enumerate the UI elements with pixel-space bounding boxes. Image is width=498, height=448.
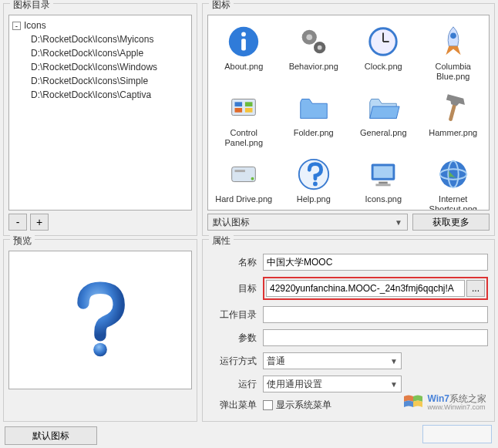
icon-item[interactable]: Icons.png (349, 153, 418, 211)
icon-label: Control Panel.png (213, 128, 274, 148)
icon-item[interactable]: General.png (349, 86, 418, 151)
svg-point-7 (318, 45, 322, 50)
run-label: 运行 (209, 378, 263, 391)
remove-dir-button[interactable]: - (8, 214, 27, 231)
panel-icon (225, 89, 262, 126)
svg-point-22 (313, 182, 318, 187)
hammer-icon (435, 89, 472, 126)
preview-group: 预览 (3, 239, 197, 422)
icon-item[interactable]: Hammer.png (419, 86, 488, 151)
svg-rect-12 (232, 99, 256, 116)
icon-panel[interactable]: About.pngBehavior.pngClock.pngColumbia B… (207, 15, 490, 211)
svg-point-11 (450, 33, 456, 39)
icon-item[interactable]: Internet Shortcut.png (419, 153, 488, 211)
question-mark-icon (58, 278, 143, 362)
collapse-icon[interactable]: - (12, 22, 21, 30)
target-highlight: ... (263, 277, 488, 300)
tree-node[interactable]: D:\RocketDock\Icons\Simple (25, 74, 188, 88)
icon-item[interactable]: Folder.png (280, 86, 348, 151)
preview-box (8, 251, 192, 389)
target-label: 目标 (209, 282, 263, 295)
default-icon-button[interactable]: 默认图标 (5, 426, 97, 445)
tree-node[interactable]: D:\RocketDock\Icons\Windows (25, 60, 188, 74)
directory-tree[interactable]: -Icons D:\RocketDock\Icons\MyiconsD:\Roc… (8, 15, 192, 211)
icon-label: Internet Shortcut.png (422, 194, 484, 211)
svg-point-2 (241, 32, 246, 37)
args-label: 参数 (209, 332, 263, 345)
runmode-label: 运行方式 (209, 355, 263, 368)
rocket-icon (435, 23, 472, 60)
icon-label: About.png (224, 62, 263, 72)
runmode-value: 普通 (267, 355, 285, 368)
runmode-select[interactable]: 普通 ▼ (263, 352, 402, 369)
properties-group: 属性 名称 目标 ... 工作目录 参数 运行方式 普通 ▼ 运行 (202, 239, 495, 422)
icon-item[interactable]: About.png (210, 20, 278, 85)
name-input[interactable] (263, 254, 488, 271)
icon-label: Behavior.png (289, 62, 338, 72)
tree-node[interactable]: D:\RocketDock\Icons\Apple (25, 46, 188, 60)
show-system-menu-label: 显示系统菜单 (276, 399, 331, 412)
svg-rect-14 (245, 102, 253, 106)
icons-group: 图标 About.pngBehavior.pngClock.pngColumbi… (202, 3, 495, 236)
workdir-label: 工作目录 (209, 308, 263, 322)
icon-item[interactable]: Columbia Blue.png (419, 20, 488, 85)
info-icon (225, 23, 262, 60)
add-dir-button[interactable]: + (30, 214, 49, 231)
name-label: 名称 (209, 256, 263, 269)
tree-node-root[interactable]: -Icons D:\RocketDock\Icons\MyiconsD:\Roc… (12, 19, 188, 102)
icon-directory-group: 图标目录 -Icons D:\RocketDock\Icons\MyiconsD… (3, 3, 197, 236)
tree-node[interactable]: D:\RocketDock\Icons\Captiva (25, 88, 188, 102)
icon-item[interactable]: Control Panel.png (210, 86, 278, 151)
drive-icon (225, 156, 262, 193)
icon-label: Clock.png (365, 62, 402, 72)
run-value: 使用通用设置 (267, 378, 322, 391)
svg-point-19 (251, 177, 254, 180)
properties-group-label: 属性 (209, 234, 234, 248)
icon-label: Columbia Blue.png (422, 62, 484, 82)
icon-label: Help.png (297, 194, 331, 204)
workdir-input[interactable] (263, 306, 488, 323)
help-icon (295, 156, 332, 193)
dialog-button[interactable] (422, 425, 492, 443)
folder2-icon (365, 89, 402, 126)
get-more-button[interactable]: 获取更多 (412, 214, 490, 231)
target-input[interactable] (266, 280, 465, 297)
tree-root-label: Icons (24, 20, 46, 31)
chevron-down-icon: ▼ (390, 357, 398, 365)
icons-group-label: 图标 (209, 0, 234, 12)
svg-rect-3 (241, 39, 246, 50)
browse-target-button[interactable]: ... (466, 280, 485, 297)
icon-label: Folder.png (294, 128, 334, 138)
tree-node[interactable]: D:\RocketDock\Icons\Myicons (25, 32, 188, 46)
svg-rect-15 (235, 108, 243, 113)
run-select[interactable]: 使用通用设置 ▼ (263, 376, 402, 392)
icon-directory-label: 图标目录 (10, 0, 53, 12)
icon-item[interactable]: Clock.png (349, 20, 418, 85)
svg-rect-25 (379, 182, 389, 184)
show-system-menu-checkbox[interactable] (263, 400, 273, 410)
svg-point-0 (93, 343, 107, 357)
svg-rect-26 (376, 184, 391, 186)
svg-rect-24 (374, 166, 393, 177)
gears-icon (295, 23, 332, 60)
icon-item[interactable]: Help.png (280, 153, 348, 211)
globe-icon (435, 156, 472, 193)
clock-icon (365, 23, 402, 60)
chevron-down-icon: ▼ (390, 380, 398, 389)
svg-point-5 (306, 34, 312, 40)
icon-label: Hard Drive.png (215, 194, 272, 204)
folder-icon (295, 89, 332, 126)
preview-label: 预览 (10, 234, 35, 248)
icon-set-select[interactable]: 默认图标 ▼ (207, 214, 408, 231)
icon-label: General.png (360, 128, 407, 138)
popup-label: 弹出菜单 (209, 399, 263, 412)
icon-item[interactable]: Behavior.png (280, 20, 348, 85)
svg-rect-13 (235, 102, 243, 106)
args-input[interactable] (263, 329, 488, 346)
icon-label: Hammer.png (429, 128, 477, 138)
icon-label: Icons.png (365, 194, 402, 204)
icon-item[interactable]: Hard Drive.png (210, 153, 278, 211)
icon-set-value: 默认图标 (213, 216, 250, 229)
svg-rect-16 (245, 108, 253, 113)
chevron-down-icon: ▼ (395, 218, 402, 227)
